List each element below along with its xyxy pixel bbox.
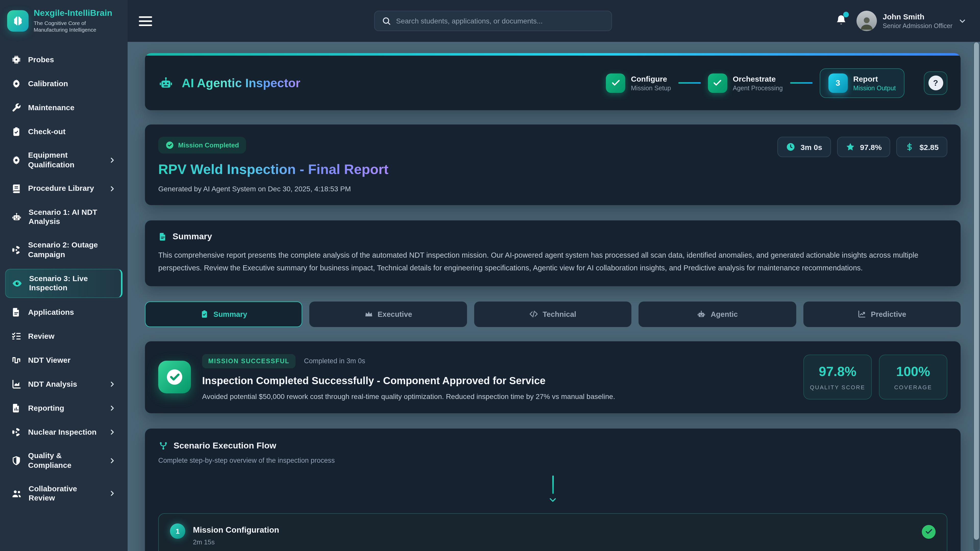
sidebar-item-check-out[interactable]: Check-out — [5, 122, 123, 141]
star-icon — [846, 142, 855, 151]
quality-stat: 97.8% — [837, 137, 891, 157]
sidebar-item-label: Calibration — [28, 79, 116, 89]
mission-successful-badge: MISSION SUCCESSFUL — [202, 354, 296, 368]
sidebar-item-reporting[interactable]: Reporting — [5, 399, 123, 418]
quality-value: 97.8% — [860, 143, 882, 151]
completed-in-text: Completed in 3m 0s — [304, 357, 365, 365]
sidebar-item-procedure-library[interactable]: Procedure Library — [5, 179, 123, 198]
chevron-right-icon — [108, 489, 116, 498]
chevron-down-icon — [958, 17, 967, 25]
step-label: Orchestrate — [733, 74, 783, 83]
sidebar-item-ndt-analysis[interactable]: NDT Analysis — [5, 375, 123, 394]
sidebar-item-label: Maintenance — [28, 103, 116, 113]
app-root: Nexgile-IntelliBrain The Cognitive Core … — [0, 0, 980, 551]
sidebar-item-label: Probes — [28, 55, 116, 65]
metric-value: 100% — [885, 364, 942, 380]
sidebar-item-scenario-3[interactable]: Scenario 3: Live Inspection — [5, 268, 123, 298]
chevron-right-icon — [108, 184, 116, 192]
search-icon — [382, 16, 391, 25]
dollar-icon — [905, 142, 915, 151]
radiation-icon — [11, 427, 21, 437]
metric-label: COVERAGE — [885, 384, 942, 391]
sidebar-item-maintenance[interactable]: Maintenance — [5, 98, 123, 118]
flow-connector — [158, 475, 947, 505]
sidebar-item-ndt-viewer[interactable]: NDT Viewer — [5, 351, 123, 370]
tab-agentic[interactable]: Agentic — [638, 302, 796, 327]
sidebar-item-label: Scenario 2: Outage Campaign — [28, 240, 116, 259]
brand-tagline: The Cognitive Core of Manufacturing Inte… — [34, 20, 121, 34]
sidebar-item-label: Scenario 1: AI NDT Analysis — [29, 207, 116, 227]
page-title: AI Agentic Inspector — [182, 76, 301, 90]
sidebar-item-scenario-2[interactable]: Scenario 2: Outage Campaign — [5, 236, 123, 264]
flow-step-title: Mission Configuration — [193, 526, 396, 535]
step-report[interactable]: 3 Report Mission Output — [819, 68, 904, 98]
sidebar-item-label: Applications — [28, 307, 116, 317]
user-role: Senior Admission Officer — [883, 22, 953, 30]
sidebar-item-label: Procedure Library — [28, 184, 102, 193]
scrollbar[interactable] — [974, 42, 980, 551]
file-icon — [11, 307, 21, 318]
chevron-right-icon — [108, 428, 116, 436]
user-info: John Smith Senior Admission Officer — [883, 12, 953, 30]
tab-summary[interactable]: Summary — [145, 302, 302, 327]
search-input[interactable] — [396, 17, 605, 25]
step-orchestrate[interactable]: Orchestrate Agent Processing — [708, 73, 783, 93]
report-stats: 3m 0s 97.8% $2.85 — [778, 137, 947, 157]
chevron-right-icon — [108, 156, 116, 164]
tab-predictive[interactable]: Predictive — [803, 302, 961, 327]
chip-icon — [11, 55, 21, 65]
summary-heading: Summary — [172, 232, 212, 242]
crown-icon — [364, 310, 373, 319]
chevron-right-icon — [108, 404, 116, 412]
global-search[interactable] — [374, 11, 612, 31]
notification-dot — [843, 12, 849, 17]
notification-bell-icon[interactable] — [835, 14, 848, 28]
sidebar-item-label: Quality & Compliance — [28, 451, 102, 470]
inspector-header-card: AI Agentic Inspector Configure Mission S… — [145, 53, 961, 110]
tab-executive[interactable]: Executive — [310, 302, 467, 327]
radiation-icon — [11, 245, 21, 255]
scrollbar-thumb[interactable] — [974, 42, 979, 540]
quality-score-metric: 97.8% QUALITY SCORE — [803, 355, 872, 400]
flow-branch-icon — [158, 441, 169, 451]
success-check-icon — [158, 361, 191, 394]
robot-icon — [158, 75, 173, 91]
sidebar-item-probes[interactable]: Probes — [5, 50, 123, 69]
sidebar-item-label: Nuclear Inspection — [28, 427, 102, 437]
flow-heading: Scenario Execution Flow — [173, 441, 276, 451]
list-checks-icon — [11, 331, 21, 341]
flow-subheading: Complete step-by-step overview of the in… — [158, 457, 947, 464]
header-actions: John Smith Senior Admission Officer — [835, 11, 980, 31]
eye-icon — [12, 278, 22, 289]
hamburger-menu-icon[interactable] — [139, 16, 152, 26]
sidebar-item-calibration[interactable]: Calibration — [5, 74, 123, 94]
robot-icon — [697, 310, 706, 319]
execution-flow-card: Scenario Execution Flow Complete step-by… — [145, 429, 961, 551]
step-configure[interactable]: Configure Mission Setup — [606, 73, 671, 93]
brand-name: Nexgile-IntelliBrain — [34, 8, 121, 18]
step-connector — [678, 82, 700, 84]
sidebar-item-review[interactable]: Review — [5, 327, 123, 346]
help-button[interactable]: ? — [924, 71, 947, 95]
sidebar-item-scenario-1[interactable]: Scenario 1: AI NDT Analysis — [5, 203, 123, 231]
question-mark-icon: ? — [928, 76, 943, 90]
sidebar-item-nuclear-inspection[interactable]: Nuclear Inspection — [5, 422, 123, 442]
tab-technical[interactable]: Technical — [474, 302, 632, 327]
step-label: Configure — [631, 74, 671, 83]
user-menu[interactable]: John Smith Senior Admission Officer — [857, 11, 967, 31]
cost-value: $2.85 — [920, 143, 939, 151]
sidebar-item-applications[interactable]: Applications — [5, 303, 123, 322]
check-icon — [606, 73, 625, 93]
report-header-left: Mission Completed RPV Weld Inspection - … — [158, 137, 388, 193]
sidebar-item-equipment-qualification[interactable]: Equipment Qualification — [5, 146, 123, 174]
sidebar-item-label: Equipment Qualification — [28, 151, 102, 170]
mission-result-title: Inspection Completed Successfully - Comp… — [202, 375, 615, 387]
file-chart-icon — [11, 403, 21, 413]
wizard-steps: Configure Mission Setup Orchestrate Agen… — [606, 68, 904, 98]
sidebar-item-collaborative-review[interactable]: Collaborative Review — [5, 479, 123, 508]
chart-icon — [11, 379, 21, 389]
sidebar-nav: Probes Calibration Maintenance Check-out… — [0, 42, 127, 551]
sidebar-item-quality-compliance[interactable]: Quality & Compliance — [5, 446, 123, 475]
book-icon — [11, 183, 21, 194]
tab-label: Technical — [542, 310, 576, 318]
